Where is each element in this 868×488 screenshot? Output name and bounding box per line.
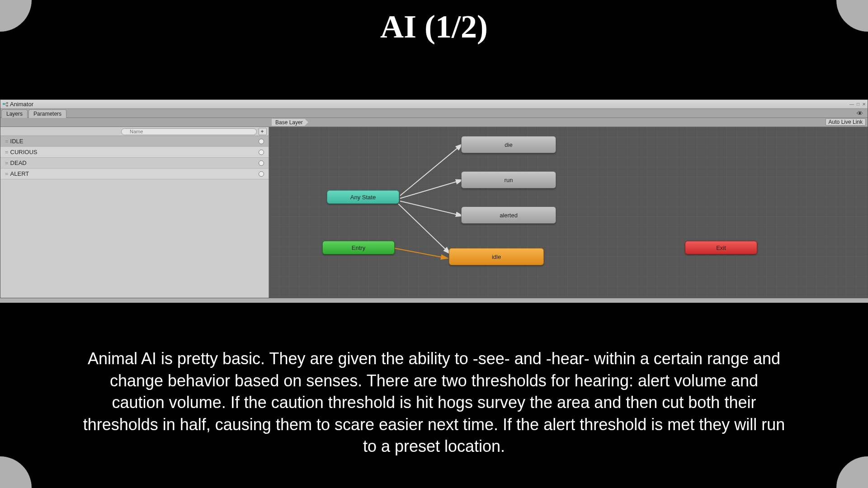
node-label: run — [505, 177, 513, 183]
state-node-any-state[interactable]: Any State — [327, 190, 399, 204]
svg-rect-1 — [6, 102, 8, 104]
node-label: alerted — [500, 212, 518, 219]
parameter-row[interactable]: = IDLE — [0, 136, 269, 147]
node-label: die — [505, 141, 512, 148]
state-node-idle[interactable]: idle — [449, 248, 544, 265]
node-label: idle — [492, 253, 501, 260]
page-title: AI (1/2) — [0, 8, 868, 46]
svg-line-7 — [400, 201, 461, 216]
svg-line-8 — [398, 204, 449, 253]
parameter-row[interactable]: = ALERT — [0, 169, 269, 179]
parameters-panel: = IDLE = CURIOUS = DEAD = ALERT — [0, 127, 269, 298]
add-parameter-button[interactable] — [259, 128, 267, 135]
svg-line-9 — [394, 248, 446, 258]
parameter-label: DEAD — [10, 160, 27, 166]
state-node-entry[interactable]: Entry — [322, 241, 395, 254]
drag-handle-icon[interactable]: = — [5, 149, 8, 155]
search-icon — [121, 127, 257, 135]
animator-graph[interactable]: die run alerted idle Any State Entry Exi… — [269, 127, 868, 298]
svg-line-3 — [5, 103, 6, 104]
maximize-icon[interactable]: □ — [857, 102, 859, 107]
description-text: Animal AI is pretty basic. They are give… — [81, 348, 787, 458]
parameter-row[interactable]: = DEAD — [0, 158, 269, 169]
animator-icon — [2, 101, 9, 108]
parameter-search-input[interactable] — [121, 128, 257, 135]
parameter-label: CURIOUS — [10, 149, 38, 155]
node-label: Entry — [352, 244, 365, 251]
svg-rect-0 — [3, 103, 5, 105]
trigger-radio[interactable] — [259, 160, 264, 166]
node-label: Exit — [716, 244, 726, 251]
drag-handle-icon[interactable]: = — [5, 160, 8, 166]
auto-live-link-button[interactable]: Auto Live Link — [826, 118, 866, 126]
state-node-run[interactable]: run — [461, 171, 556, 188]
parameter-row[interactable]: = CURIOUS — [0, 147, 269, 158]
state-node-die[interactable]: die — [461, 136, 556, 153]
animator-tabbar: Layers Parameters 👁 — [0, 109, 868, 118]
parameter-label: ALERT — [10, 170, 29, 177]
trigger-radio[interactable] — [259, 150, 264, 155]
breadcrumb[interactable]: Base Layer — [272, 119, 308, 126]
close-icon[interactable]: ✕ — [862, 102, 866, 107]
animator-titlebar[interactable]: Animator — □ ✕ — [0, 100, 868, 109]
minimize-icon[interactable]: — — [849, 102, 854, 107]
breadcrumb-row: Base Layer Auto Live Link — [0, 118, 868, 127]
window-control-icons: — □ ✕ — [849, 102, 866, 107]
drag-handle-icon[interactable]: = — [5, 138, 8, 145]
svg-line-5 — [400, 145, 461, 196]
visibility-icon[interactable]: 👁 — [857, 110, 863, 117]
svg-line-6 — [400, 180, 461, 198]
drag-handle-icon[interactable]: = — [5, 170, 8, 177]
transition-edges — [269, 127, 868, 298]
trigger-radio[interactable] — [259, 139, 264, 144]
trigger-radio[interactable] — [259, 171, 264, 177]
animator-panel: Animator — □ ✕ Layers Parameters 👁 Base … — [0, 99, 868, 298]
state-node-exit[interactable]: Exit — [685, 241, 757, 254]
parameter-label: IDLE — [10, 138, 24, 145]
parameter-search-row — [0, 127, 269, 136]
animator-title: Animator — [10, 101, 33, 108]
svg-rect-2 — [6, 105, 8, 107]
tab-layers[interactable]: Layers — [1, 109, 28, 118]
state-node-alerted[interactable]: alerted — [461, 206, 556, 224]
tab-parameters[interactable]: Parameters — [28, 109, 66, 118]
node-label: Any State — [350, 194, 376, 201]
svg-line-4 — [5, 104, 6, 106]
parameter-list: = IDLE = CURIOUS = DEAD = ALERT — [0, 136, 269, 298]
